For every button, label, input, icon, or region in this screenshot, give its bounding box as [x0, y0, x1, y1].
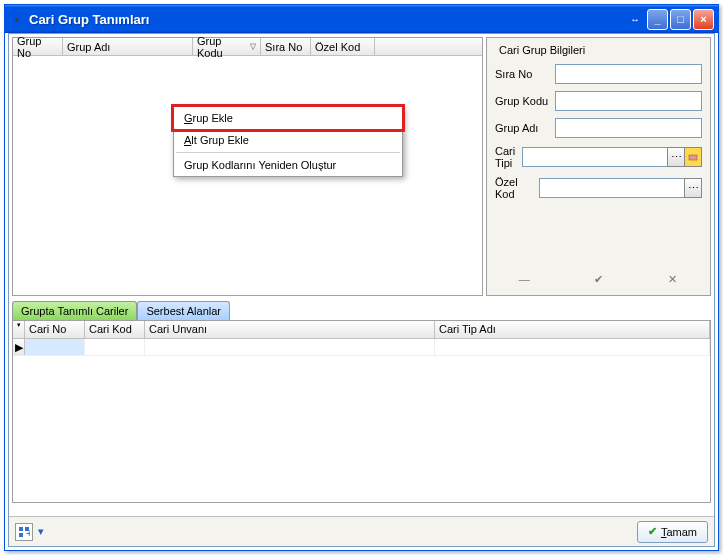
input-grup-adi[interactable]	[555, 118, 702, 138]
ellipsis-icon: ⋯	[671, 151, 682, 164]
col-cari-no[interactable]: Cari No	[25, 321, 85, 338]
col-sira-no[interactable]: Sıra No	[261, 38, 311, 55]
ellipsis-icon: ⋯	[688, 182, 699, 195]
cell-cari-unvani[interactable]	[145, 339, 435, 355]
cell-cari-kod[interactable]	[85, 339, 145, 355]
col-cari-unvani[interactable]: Cari Unvanı	[145, 321, 435, 338]
minus-icon: —	[519, 273, 530, 285]
label-cari-tipi: Cari Tipi	[495, 145, 522, 169]
col-grup-kodu[interactable]: Grup Kodu▽	[193, 38, 261, 55]
ok-button-label: Tamam	[661, 526, 697, 538]
minimize-button[interactable]: _	[647, 9, 668, 30]
table-row[interactable]: ▶	[13, 339, 710, 356]
label-grup-kodu: Grup Kodu	[495, 95, 555, 107]
row-indicator-header[interactable]: ▾	[13, 321, 25, 338]
window-body: Grup No Grup Adı Grup Kodu▽ Sıra No Özel…	[8, 33, 715, 547]
menu-regen-codes[interactable]: Grup Kodlarını Yeniden Oluştur	[174, 154, 402, 176]
cross-icon: ✕	[668, 273, 677, 286]
cancel-button[interactable]: ✕	[661, 269, 685, 289]
col-ozel-kod[interactable]: Özel Kod	[311, 38, 375, 55]
menu-alt-grup-ekle[interactable]: Alt Grup Ekle	[174, 129, 402, 151]
titlebar[interactable]: Cari Grup Tanımları ↔ _ □ ×	[5, 5, 718, 33]
input-sira-no[interactable]	[555, 64, 702, 84]
label-ozel-kod: Özel Kod	[495, 176, 539, 200]
svg-rect-4	[19, 533, 23, 537]
bottom-bar: + ▾ ✔ Tamam	[9, 516, 714, 546]
ozel-kod-lookup-button[interactable]: ⋯	[684, 178, 702, 198]
label-grup-adi: Grup Adı	[495, 122, 555, 134]
cell-cari-no[interactable]	[25, 339, 85, 355]
upper-split: Grup No Grup Adı Grup Kodu▽ Sıra No Özel…	[9, 34, 714, 299]
menu-grup-ekle[interactable]: Grup Ekle	[171, 104, 405, 132]
input-ozel-kod[interactable]	[539, 178, 685, 198]
remove-button[interactable]: —	[512, 269, 536, 289]
cell-cari-tip-adi[interactable]	[435, 339, 710, 355]
col-grup-adi[interactable]: Grup Adı	[63, 38, 193, 55]
sort-indicator-icon: ▽	[250, 42, 256, 51]
tab-grupta-tanimli[interactable]: Grupta Tanımlı Cariler	[12, 301, 137, 320]
cari-tipi-lookup-button[interactable]: ⋯	[667, 147, 685, 167]
cari-tipi-clear-button[interactable]	[684, 147, 702, 167]
col-cari-tip-adi[interactable]: Cari Tip Adı	[435, 321, 710, 338]
confirm-button[interactable]: ✔	[586, 269, 610, 289]
maximize-button[interactable]: □	[670, 9, 691, 30]
menu-separator	[176, 152, 400, 153]
dropdown-icon: ▾	[38, 525, 44, 538]
group-tree-grid[interactable]: Grup No Grup Adı Grup Kodu▽ Sıra No Özel…	[12, 37, 483, 296]
row-pointer-icon: ▶	[13, 339, 25, 355]
svg-point-0	[15, 18, 19, 22]
window-title: Cari Grup Tanımları	[29, 12, 627, 27]
svg-text:+: +	[26, 527, 30, 538]
dropdown-icon: ▾	[13, 321, 24, 329]
context-menu: Grup Ekle Alt Grup Ekle Grup Kodlarını Y…	[173, 106, 403, 177]
input-grup-kodu[interactable]	[555, 91, 702, 111]
input-cari-tipi[interactable]	[522, 147, 668, 167]
tools-button[interactable]: +	[15, 523, 33, 541]
detail-panel: Cari Grup Bilgileri Sıra No Grup Kodu Gr…	[486, 37, 711, 296]
svg-rect-1	[689, 155, 697, 160]
label-sira-no: Sıra No	[495, 68, 555, 80]
detail-actions: — ✔ ✕	[487, 269, 710, 289]
grid-header-row: Grup No Grup Adı Grup Kodu▽ Sıra No Özel…	[13, 38, 482, 56]
cari-grid[interactable]: ▾ Cari No Cari Kod Cari Unvanı Cari Tip …	[12, 320, 711, 503]
ok-button[interactable]: ✔ Tamam	[637, 521, 708, 543]
detail-panel-title: Cari Grup Bilgileri	[495, 44, 702, 56]
tools-icon: +	[18, 526, 30, 538]
svg-rect-2	[19, 527, 23, 531]
titlebar-arrow-icon: ↔	[627, 14, 643, 25]
tools-dropdown-button[interactable]: ▾	[35, 523, 47, 541]
col-grup-no[interactable]: Grup No	[13, 38, 63, 55]
main-window: Cari Grup Tanımları ↔ _ □ × Grup No Grup…	[4, 4, 719, 551]
col-cari-kod[interactable]: Cari Kod	[85, 321, 145, 338]
app-icon	[9, 11, 25, 27]
lower-tabs: Grupta Tanımlı Cariler Serbest Alanlar	[12, 301, 711, 320]
check-icon: ✔	[594, 273, 603, 286]
cari-grid-headers: ▾ Cari No Cari Kod Cari Unvanı Cari Tip …	[13, 321, 710, 339]
tab-serbest-alanlar[interactable]: Serbest Alanlar	[137, 301, 230, 320]
check-icon: ✔	[648, 525, 657, 538]
eraser-icon	[688, 152, 698, 162]
close-button[interactable]: ×	[693, 9, 714, 30]
